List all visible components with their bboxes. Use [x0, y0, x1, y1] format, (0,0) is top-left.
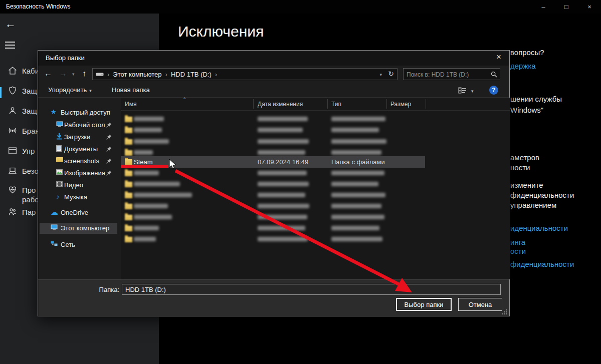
file-row-redacted[interactable] [121, 201, 510, 212]
file-row-redacted[interactable] [121, 223, 510, 234]
folder-icon [125, 117, 132, 122]
folder-icon [125, 193, 132, 198]
folder-field-label: Папка: [98, 286, 119, 293]
column-divider[interactable] [253, 99, 254, 109]
minimize-button[interactable]: – [532, 0, 555, 14]
address-bar[interactable]: › Этот компьютер › HDD 1TB (D:) › ▾ ↻ [92, 68, 397, 80]
laptop-icon [7, 165, 18, 176]
search-icon[interactable] [491, 71, 497, 78]
menu-icon[interactable] [5, 42, 15, 49]
app-title: Безопасность Windows [6, 3, 71, 10]
file-row-redacted[interactable] [121, 212, 510, 223]
sidebar-item-desktop[interactable]: Рабочий стол [38, 120, 118, 131]
close-icon[interactable]: × [493, 52, 504, 62]
folder-name-input[interactable] [122, 284, 501, 295]
file-row-redacted[interactable] [121, 179, 510, 190]
column-header-date[interactable]: Дата изменения [258, 101, 303, 108]
right-text: измените [510, 181, 543, 189]
desktop-icon [56, 121, 63, 127]
pin-icon [106, 158, 112, 164]
column-header-name[interactable]: Имя [125, 101, 136, 108]
chevron-icon[interactable]: › [107, 71, 109, 78]
family-icon [7, 206, 18, 217]
pin-icon [106, 146, 112, 152]
resize-grip[interactable] [506, 313, 507, 314]
file-row-redacted[interactable] [121, 234, 510, 245]
right-link[interactable]: ости [510, 247, 526, 255]
file-row-redacted[interactable] [121, 125, 510, 136]
dialog-titlebar: Выбор папки × [38, 51, 509, 66]
dialog-toolbar: Упорядочить▾ Новая папка ▾ ? [38, 83, 509, 98]
folder-icon [125, 171, 132, 176]
document-icon [56, 145, 62, 152]
close-button[interactable]: × [578, 0, 601, 14]
file-row-redacted[interactable] [121, 114, 510, 125]
back-button[interactable]: ← [44, 69, 52, 78]
up-button[interactable]: ↑ [82, 69, 86, 78]
select-folder-button[interactable]: Выбор папки [396, 298, 452, 311]
search-box [403, 68, 500, 80]
column-header-type[interactable]: Тип [331, 101, 341, 108]
new-folder-button[interactable]: Новая папка [112, 86, 150, 94]
sidebar-item-network[interactable]: Сеть [38, 239, 118, 250]
view-caret-icon[interactable]: ▾ [471, 89, 474, 94]
cancel-button[interactable]: Отмена [458, 298, 502, 311]
breadcrumb-this-pc[interactable]: Этот компьютер [113, 71, 161, 78]
privacy-link[interactable]: иденциальности [510, 224, 568, 232]
maximize-button[interactable]: □ [555, 0, 578, 14]
chevron-icon[interactable]: › [215, 71, 217, 78]
folder-icon [125, 182, 132, 187]
sidebar-item-music[interactable]: ♪ Музыка [38, 192, 118, 203]
breadcrumb-drive[interactable]: HDD 1TB (D:) [171, 71, 212, 78]
organize-button[interactable]: Упорядочить▾ [48, 86, 92, 94]
sidebar-item-this-pc[interactable]: Этот компьютер [40, 223, 117, 234]
support-link[interactable]: держка [510, 62, 536, 70]
address-dropdown-icon[interactable]: ▾ [379, 72, 382, 77]
star-icon: ★ [51, 109, 57, 115]
chevron-icon[interactable]: › [165, 71, 167, 78]
app-window-icon [7, 145, 18, 156]
folder-icon [125, 159, 132, 165]
sidebar-item-screenshots[interactable]: screenshots [38, 156, 118, 167]
sidebar-item-documents[interactable]: Документы [38, 144, 118, 155]
heart-pulse-icon [7, 184, 18, 195]
help-button[interactable]: ? [489, 86, 498, 95]
sidebar-item-downloads[interactable]: Загрузки [38, 132, 118, 143]
file-type: Папка с файлами [331, 158, 385, 166]
file-row-redacted[interactable] [121, 136, 510, 147]
file-row-redacted[interactable] [121, 168, 510, 179]
right-link[interactable]: инга [510, 238, 525, 246]
back-arrow-icon[interactable]: ← [5, 18, 16, 31]
column-divider[interactable] [327, 99, 328, 109]
shield-icon [7, 85, 18, 96]
network-icon [51, 241, 58, 247]
folder-icon [125, 204, 132, 209]
column-header-size[interactable]: Размер [390, 101, 411, 108]
home-icon [7, 65, 18, 76]
music-icon: ♪ [56, 193, 60, 200]
right-text: Windows" [510, 106, 543, 114]
downloads-icon [56, 133, 62, 140]
dialog-title: Выбор папки [46, 54, 85, 62]
right-text: ности [510, 163, 530, 172]
privacy-link[interactable]: фиденциальности [510, 260, 574, 268]
column-divider[interactable] [386, 99, 387, 109]
page-title: Исключения [178, 23, 264, 40]
forward-button[interactable]: → [59, 69, 67, 78]
drive-icon [96, 72, 104, 77]
search-input[interactable] [406, 69, 488, 80]
file-row-steam[interactable]: Steam 07.09.2024 16:49 Папка с файлами [121, 156, 425, 168]
file-list: ^ Имя Дата изменения Тип Размер Steam 07… [121, 98, 510, 279]
folder-picker-dialog: Выбор папки × ← → ▾ ↑ › Этот компьютер ›… [38, 50, 510, 316]
file-row-redacted[interactable] [121, 190, 510, 201]
sidebar-item-videos[interactable]: Видео [38, 180, 118, 191]
sidebar-item-onedrive[interactable]: ☁ OneDrive [38, 207, 118, 218]
details-view-icon[interactable] [458, 87, 467, 94]
sidebar-item-quick-access[interactable]: ★ Быстрый доступ [38, 107, 118, 118]
column-divider[interactable] [426, 99, 426, 109]
refresh-icon[interactable]: ↻ [388, 70, 394, 78]
history-caret-icon[interactable]: ▾ [72, 72, 75, 77]
sidebar-item-pictures[interactable]: Изображения [38, 168, 118, 179]
pin-icon [106, 170, 112, 176]
right-text: фиденциальности [510, 191, 574, 199]
